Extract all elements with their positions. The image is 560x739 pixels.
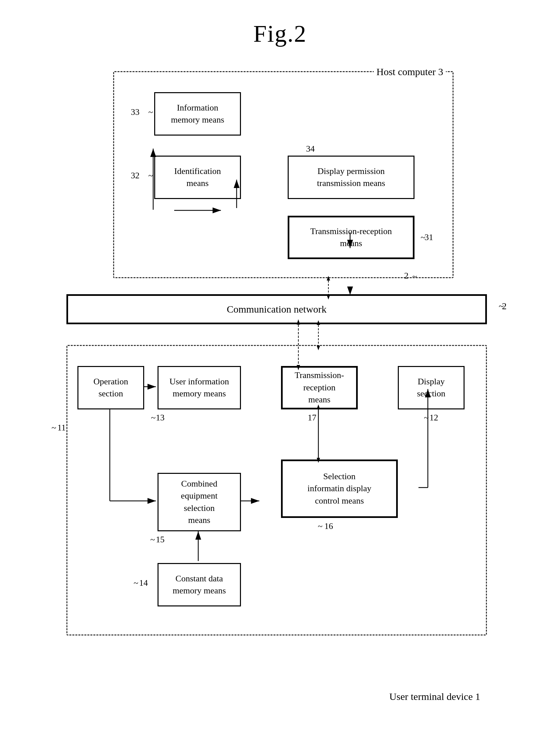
ref-15: 15 (156, 535, 165, 545)
ref-2-label: 2 (404, 271, 408, 281)
terminal-device-box: Operation section 11 ~ User information … (66, 345, 487, 635)
user-info-memory-block: User information memory means (158, 366, 241, 409)
terminal-device-label: User terminal device 1 (389, 691, 480, 702)
transmission-reception-terminal-block: Transmission- reception means (281, 366, 358, 409)
ref-12: 12 (429, 413, 438, 423)
ref-34-label: 34 (306, 144, 315, 154)
display-section-block: Display secction (398, 366, 464, 409)
display-permission-block: Display permission transmission means (288, 156, 414, 199)
host-computer-label: Host computer 3 (374, 66, 446, 78)
ref-14: 14 (139, 578, 148, 588)
constant-data-block: Constant data memory means (158, 563, 241, 606)
identification-block: Identification means (154, 156, 241, 199)
ref-17: 17 (308, 413, 316, 423)
ref-16: 16 (324, 521, 333, 531)
information-memory-block: Information memory means (154, 92, 241, 136)
communication-network-block: Communication network (66, 294, 487, 324)
page-title: Fig.2 (0, 0, 560, 61)
selection-info-block: Selection informatin display control mea… (281, 459, 398, 518)
ref-33: 33 (131, 107, 140, 117)
host-computer-box: Host computer 3 Information memory means… (113, 71, 453, 278)
transmission-reception-host-block: Transmission-reception means (288, 216, 414, 259)
operation-section-block: Operation section (77, 366, 144, 409)
ref-11: 11 (57, 423, 66, 433)
ref-13: 13 (156, 413, 165, 423)
combined-equipment-block: Combined equipment selection means (158, 473, 241, 531)
ref-32: 32 (131, 171, 140, 181)
ref-31: 31 (424, 233, 433, 243)
